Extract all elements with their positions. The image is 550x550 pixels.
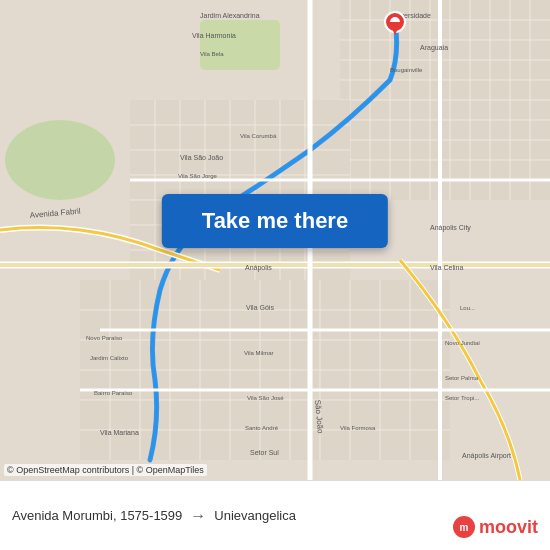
svg-text:Araguaia: Araguaia [420,44,448,52]
moovit-logo: m moovit [453,516,538,538]
destination-label: Unievangelica [214,508,296,523]
svg-rect-2 [200,20,280,70]
map-container: Avenida Fabril Araguaia Bougainville Vil… [0,0,550,480]
svg-text:Anápolis: Anápolis [245,264,272,272]
svg-text:Jardim Calixto: Jardim Calixto [90,355,129,361]
svg-point-1 [5,120,115,200]
svg-text:Novo Jundiaí: Novo Jundiaí [445,340,480,346]
route-arrow-icon: → [190,507,206,525]
moovit-brand-text: moovit [479,517,538,538]
bottom-bar: Avenida Morumbi, 1575-1599 → Unievangeli… [0,480,550,550]
svg-text:Novo Paraíso: Novo Paraíso [86,335,123,341]
origin-label: Avenida Morumbi, 1575-1599 [12,508,182,523]
svg-text:Vila Bela: Vila Bela [200,51,224,57]
svg-text:m: m [460,522,469,533]
svg-text:Lou...: Lou... [460,305,475,311]
svg-text:Anápolis Airport: Anápolis Airport [462,452,511,460]
svg-text:Vila São José: Vila São José [247,395,284,401]
svg-text:Vila Góis: Vila Góis [246,304,274,311]
svg-text:Vila Formosa: Vila Formosa [340,425,376,431]
svg-text:Setor Palma: Setor Palma [445,375,479,381]
svg-text:Vila Milmar: Vila Milmar [244,350,274,356]
svg-text:Vila Mariana: Vila Mariana [100,429,139,436]
take-me-there-button[interactable]: Take me there [162,194,388,248]
svg-text:Jardim Alexandrina: Jardim Alexandrina [200,12,260,19]
svg-text:Vila São João: Vila São João [180,154,223,161]
svg-text:Setor Sul: Setor Sul [250,449,279,456]
map-attribution: © OpenStreetMap contributors | © OpenMap… [4,464,207,476]
svg-text:Setor Tropi...: Setor Tropi... [445,395,480,401]
svg-text:Santo André: Santo André [245,425,279,431]
svg-text:Anápolis City: Anápolis City [430,224,471,232]
svg-text:Vila Corumbá: Vila Corumbá [240,133,277,139]
svg-text:Bougainville: Bougainville [390,67,423,73]
svg-text:Vila São Jorge: Vila São Jorge [178,173,218,179]
svg-text:Vila Celina: Vila Celina [430,264,463,271]
svg-text:Vila Harmonia: Vila Harmonia [192,32,236,39]
moovit-logo-icon: m [453,516,475,538]
svg-text:Bairro Paraíso: Bairro Paraíso [94,390,133,396]
